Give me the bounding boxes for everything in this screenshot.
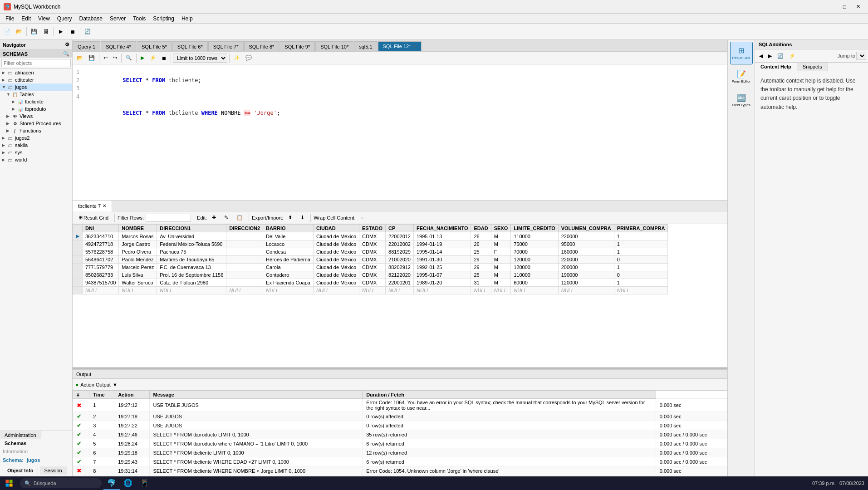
th-primera-compra[interactable]: PRIMERA_COMPRA — [614, 225, 668, 232]
th-estado[interactable]: ESTADO — [359, 225, 386, 232]
filter-objects-input[interactable] — [1, 59, 71, 67]
th-nombre[interactable]: NOMBRE — [119, 225, 157, 232]
tab-sqlfile5[interactable]: SQL File 5* — [137, 41, 172, 51]
maximize-button[interactable]: □ — [838, 2, 851, 11]
edit-copy-button[interactable]: 📋 — [233, 213, 246, 222]
menu-view[interactable]: View — [34, 15, 54, 23]
th-volumen-compra[interactable]: VOLUMEN_COMPRA — [558, 225, 614, 232]
tab-session[interactable]: Session — [40, 466, 67, 475]
tree-item-tbcliente[interactable]: ▶ 📊 tbcliente — [0, 98, 72, 105]
menu-scripting[interactable]: Scripting — [149, 15, 178, 23]
edit-delete-button[interactable]: ✎ — [221, 213, 231, 222]
th-edad[interactable]: EDAD — [471, 225, 491, 232]
th-dni[interactable]: DNI — [83, 225, 119, 232]
taskbar-app-mysql[interactable]: 🐬 — [103, 476, 120, 490]
code-editor[interactable]: 1 2 3 4 SELECT * FROM tbcliente; SELECT … — [73, 64, 727, 201]
help-forward-button[interactable]: ▶ — [766, 51, 774, 60]
tab-sqlfile6[interactable]: SQL File 6* — [172, 41, 208, 51]
import-button[interactable]: ⬇ — [297, 213, 308, 222]
th-cp[interactable]: CP — [386, 225, 414, 232]
close-tab-sqlfile12[interactable]: ✕ — [413, 44, 417, 49]
jump-to-select[interactable] — [856, 52, 866, 60]
th-direccion2[interactable]: DIRECCION2 — [226, 225, 263, 232]
th-limite-credito[interactable]: LIMITE_CREDITO — [511, 225, 558, 232]
menu-tools[interactable]: Tools — [129, 15, 149, 23]
menu-server[interactable]: Server — [106, 15, 129, 23]
undo-button[interactable]: ↩ — [101, 54, 110, 63]
tab-sqlfile4[interactable]: SQL File 4* — [101, 41, 136, 51]
navigator-settings-icon[interactable]: ⚙ — [65, 42, 69, 48]
open-script-button[interactable]: 📂 — [74, 54, 85, 63]
edit-add-button[interactable]: ✚ — [209, 213, 219, 222]
menu-edit[interactable]: Edit — [18, 15, 34, 23]
result-grid-button[interactable]: ⊞ Result Grid — [75, 213, 112, 222]
schema-item-sys[interactable]: ▶ 🗃 sys — [0, 149, 72, 156]
tab-schemas[interactable]: Schemas — [0, 439, 31, 447]
schema-item-sakila[interactable]: ▶ 🗃 sakila — [0, 142, 72, 149]
taskbar-search[interactable]: 🔍 Búsqueda — [20, 478, 102, 488]
minimize-button[interactable]: ─ — [824, 2, 837, 11]
action-output-label[interactable]: Action Output — [80, 382, 111, 387]
close-button[interactable]: ✕ — [852, 2, 864, 11]
tree-item-stored-procedures[interactable]: ▶ ⚙ Stored Procedures — [0, 120, 72, 127]
open-file-button[interactable]: 📂 — [14, 26, 25, 37]
menu-help[interactable]: Help — [178, 15, 196, 23]
th-fecha-nacimiento[interactable]: FECHA_NACIMIENTO — [414, 225, 471, 232]
result-grid-panel-button[interactable]: ⊞ Result Grid — [730, 42, 753, 64]
run-all-button[interactable]: ▶ — [138, 54, 147, 63]
run-button[interactable]: ▶ — [55, 26, 66, 37]
schema-item-jugos[interactable]: ▼ 🗃 jugos — [0, 83, 72, 91]
tab-administration[interactable]: Administration — [0, 431, 41, 439]
menu-database[interactable]: Database — [76, 15, 106, 23]
schema-item-world[interactable]: ▶ 🗃 world — [0, 156, 72, 163]
code-lines[interactable]: SELECT * FROM tbcliente; SELECT * FROM t… — [90, 68, 724, 133]
find-button[interactable]: 🔍 — [123, 54, 134, 63]
th-ciudad[interactable]: CIUDAD — [313, 225, 359, 232]
tree-item-tables[interactable]: ▼ 📋 Tables — [0, 91, 72, 98]
field-types-panel-button[interactable]: 🔤 Field Types — [730, 89, 753, 112]
schema-item-almacen[interactable]: ▶ 🗃 almacen — [0, 69, 72, 76]
tab-sqlfile12[interactable]: SQL File 12* ✕ — [378, 41, 422, 51]
taskbar-start-button[interactable] — [0, 476, 18, 490]
snippets-tab[interactable]: Snippets — [797, 63, 828, 71]
close-result-tab[interactable]: ✕ — [103, 203, 106, 208]
tab-sqlfile8[interactable]: SQL File 8* — [244, 41, 280, 51]
th-barrio[interactable]: BARRIO — [263, 225, 314, 232]
taskbar-app-browser[interactable]: 🌐 — [120, 476, 136, 490]
redo-button[interactable]: ↪ — [111, 54, 119, 63]
tree-item-views[interactable]: ▶ 👁 Views — [0, 113, 72, 120]
result-tab-tbcliente7[interactable]: tbcliente 7 ✕ — [73, 201, 112, 211]
filter-rows-input[interactable] — [146, 214, 191, 222]
schema-item-jugos2[interactable]: ▶ 🗃 jugos2 — [0, 134, 72, 142]
schema-item-cditester[interactable]: ▶ 🗃 cditester — [0, 76, 72, 83]
th-direccion1[interactable]: DIRECCION1 — [157, 225, 226, 232]
th-sexo[interactable]: SEXO — [491, 225, 511, 232]
tree-item-tbproduto[interactable]: ▶ 📊 tbproduto — [0, 105, 72, 113]
taskbar-app-phone[interactable]: 📱 — [136, 476, 152, 490]
save-all-button[interactable]: 🗄 — [40, 26, 51, 37]
tab-object-info[interactable]: Object Info — [3, 466, 38, 475]
save-button[interactable]: 💾 — [29, 26, 39, 37]
tab-sql51[interactable]: sql5.1 — [354, 41, 377, 51]
tab-query1[interactable]: Query 1 — [73, 41, 100, 51]
tab-sqlfile9[interactable]: SQL File 9* — [280, 41, 315, 51]
schemas-filter-icon[interactable]: 🔍 — [63, 51, 69, 57]
comment-button[interactable]: 💬 — [243, 54, 254, 63]
tree-item-functions[interactable]: ▶ ƒ Functions — [0, 127, 72, 134]
tab-sqlfile10[interactable]: SQL File 10* — [315, 41, 353, 51]
stop-button[interactable]: ⏹ — [67, 26, 78, 37]
context-help-tab[interactable]: Context Help — [755, 63, 797, 71]
tab-sqlfile7[interactable]: SQL File 7* — [208, 41, 244, 51]
limit-rows-select[interactable]: Limit to 1000 rows — [173, 54, 227, 63]
run-selection-button[interactable]: ⚡ — [147, 54, 158, 63]
refresh-button[interactable]: 🔄 — [82, 26, 93, 37]
help-refresh-button[interactable]: 🔄 — [775, 51, 786, 60]
wrap-cell-button[interactable]: ≡ — [358, 213, 367, 222]
action-output-dropdown-icon[interactable]: ▼ — [113, 382, 118, 387]
export-button[interactable]: ⬆ — [285, 213, 295, 222]
new-file-button[interactable]: 📄 — [2, 26, 13, 37]
save-script-button[interactable]: 💾 — [86, 54, 97, 63]
stop-execution-button[interactable]: ⏹ — [159, 54, 169, 63]
help-auto-button[interactable]: ⚡ — [787, 51, 798, 60]
form-editor-panel-button[interactable]: 📝 Form Editor — [730, 65, 753, 88]
